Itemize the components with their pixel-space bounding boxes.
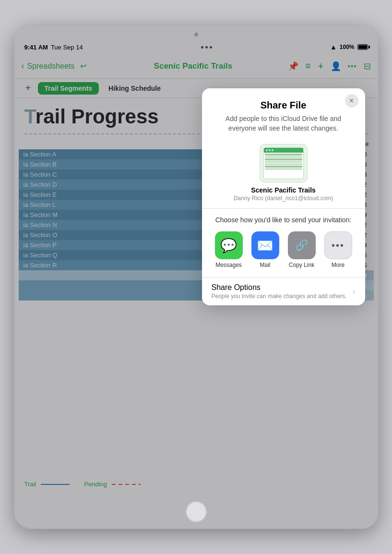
- file-thumb-rows: [264, 153, 303, 179]
- share-copy-link-button[interactable]: 🔗 Copy Link: [288, 231, 316, 268]
- share-mail-button[interactable]: ✉️ Mail: [251, 231, 279, 268]
- share-options-subtitle: People you invite can make changes and a…: [212, 293, 353, 300]
- messages-label: Messages: [215, 262, 242, 268]
- camera-dot: [194, 33, 198, 36]
- more-label: More: [332, 262, 344, 268]
- copy-link-icon: 🔗: [288, 231, 316, 259]
- file-thumb-inner: [263, 147, 304, 179]
- modal-title: Share File: [202, 88, 365, 114]
- file-owner: Danny Rico (daniel_rico1@icloud.com): [234, 195, 333, 202]
- file-thumbnail: [260, 144, 308, 182]
- thumb-row-2: [265, 156, 302, 158]
- modal-close-button[interactable]: ×: [345, 94, 358, 108]
- share-options-row[interactable]: Share Options People you invite can make…: [202, 277, 365, 305]
- thumb-dot-3: [272, 149, 273, 151]
- share-more-button[interactable]: ••• More: [324, 231, 352, 268]
- mail-label: Mail: [260, 262, 270, 268]
- share-buttons-row: 💬 Messages ✉️ Mail 🔗 Copy Link ••• More: [212, 231, 356, 272]
- file-thumb-header: [264, 148, 303, 153]
- thumb-row-3: [265, 158, 302, 160]
- thumb-row-1: [265, 154, 302, 156]
- copy-link-label: Copy Link: [289, 262, 314, 268]
- invitation-section: Choose how you'd like to send your invit…: [202, 209, 365, 277]
- thumb-row-4: [265, 161, 302, 163]
- close-icon: ×: [349, 96, 354, 105]
- modal-description: Add people to this iCloud Drive file and…: [202, 114, 365, 140]
- share-modal: × Share File Add people to this iCloud D…: [202, 88, 365, 305]
- thumb-dot-2: [269, 149, 271, 151]
- more-icon: •••: [324, 231, 352, 259]
- messages-icon: 💬: [215, 231, 243, 259]
- file-name: Scenic Pacific Trails: [251, 186, 316, 194]
- invitation-prompt: Choose how you'd like to send your invit…: [212, 216, 356, 225]
- file-preview-area: Scenic Pacific Trails Danny Rico (daniel…: [202, 140, 365, 208]
- thumb-row-7: [265, 168, 302, 170]
- mail-icon: ✉️: [251, 231, 279, 259]
- thumb-dot-1: [266, 149, 268, 151]
- thumb-row-5: [265, 163, 302, 165]
- share-options-labels: Share Options People you invite can make…: [212, 283, 353, 300]
- home-button[interactable]: [186, 501, 207, 522]
- thumb-row-6: [265, 166, 302, 168]
- share-options-chevron-icon: ›: [353, 287, 356, 297]
- share-options-title: Share Options: [212, 283, 353, 292]
- share-messages-button[interactable]: 💬 Messages: [215, 231, 243, 268]
